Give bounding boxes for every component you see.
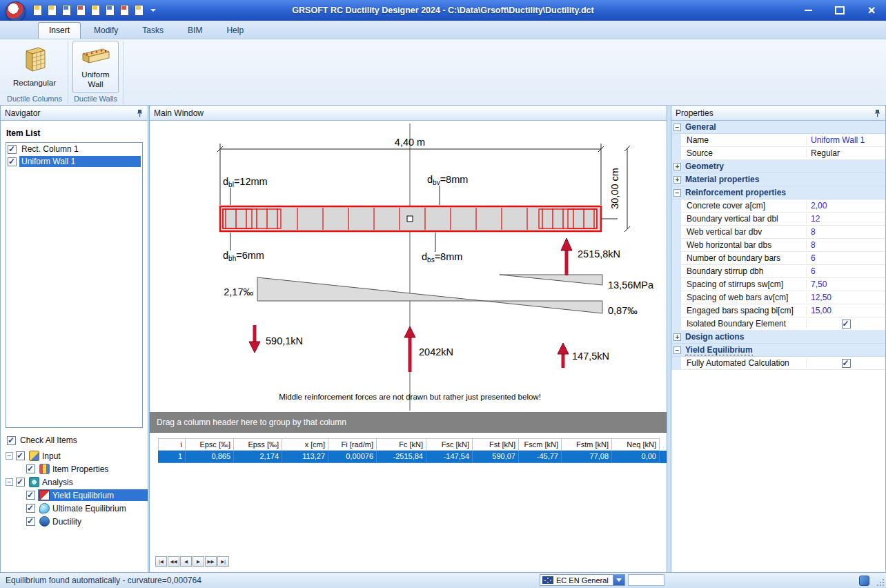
property-row-engaged-bars-spacing[interactable]: Engaged bars spacing bi[cm]15,00 [671, 304, 885, 317]
cell[interactable]: 0,865 [186, 451, 234, 463]
table-row-selected[interactable]: 1 0,865 2,174 113,27 0,00076 -2515,84 -1… [158, 451, 667, 463]
property-row-web-bar-spacing[interactable]: Spacing of web bars av[cm]12,50 [671, 291, 885, 304]
print-preview-icon[interactable] [104, 4, 115, 16]
isolated-boundary-checkbox[interactable] [842, 320, 851, 329]
property-row-fully-automated[interactable]: Fully Automated Calculation [671, 357, 885, 370]
col-fstm[interactable]: Fstm [kN] [562, 438, 612, 451]
property-row-name[interactable]: NameUniform Wall 1 [671, 134, 885, 147]
col-neq[interactable]: Neq [kN] [612, 438, 660, 451]
uniform-wall-button[interactable]: Uniform Wall [72, 41, 119, 93]
category-yield-equilibrium[interactable]: Yield Equilibrium [671, 344, 885, 357]
center-handle[interactable] [407, 216, 413, 222]
expand-icon[interactable]: + [673, 163, 681, 170]
tree-item-analysis[interactable]: Analysis [1, 476, 148, 489]
category-geometry[interactable]: +Geometry [671, 160, 885, 173]
property-row-boundary-stirrup[interactable]: Boundary stirrup dbh6 [671, 265, 885, 278]
app-logo-icon[interactable] [6, 1, 26, 21]
close-button[interactable] [863, 3, 880, 17]
category-general[interactable]: General [671, 121, 885, 134]
cell[interactable]: 0,00076 [328, 451, 377, 463]
new-project-icon[interactable] [46, 4, 57, 16]
tree-checkbox[interactable] [26, 491, 35, 500]
tree-checkbox[interactable] [26, 464, 35, 473]
cell[interactable]: -45,77 [519, 451, 562, 463]
maximize-button[interactable] [831, 3, 849, 17]
tree-item-yield-equilibrium[interactable]: Yield Equilibrium [1, 489, 148, 502]
list-item[interactable]: Uniform Wall 1 [6, 155, 142, 168]
source-value[interactable]: Regular [807, 148, 885, 158]
tree-item-input[interactable]: Input [1, 449, 148, 462]
col-fi[interactable]: Fi [rad/m] [328, 438, 377, 451]
col-fst[interactable]: Fst [kN] [473, 438, 519, 451]
cell[interactable]: -147,54 [426, 451, 473, 463]
item-checkbox[interactable] [8, 157, 17, 166]
print-icon[interactable] [90, 4, 101, 16]
new-file-icon[interactable] [32, 4, 43, 16]
col-fscm[interactable]: Fscm [kN] [519, 438, 562, 451]
tree-checkbox[interactable] [16, 478, 25, 487]
cell[interactable]: 1 [158, 451, 186, 463]
prev-page-button[interactable]: ◀◀ [168, 556, 179, 567]
tree-item-ductility[interactable]: Ductility [1, 515, 148, 528]
name-value[interactable]: Uniform Wall 1 [807, 135, 885, 145]
collapse-icon[interactable] [673, 346, 681, 354]
item-checkbox[interactable] [8, 145, 17, 154]
minimize-button[interactable] [799, 3, 817, 17]
cell[interactable]: 0,00 [612, 451, 660, 463]
expand-icon[interactable]: + [673, 333, 681, 341]
fully-automated-checkbox[interactable] [842, 359, 851, 368]
next-page-button[interactable]: ▶▶ [205, 556, 217, 567]
col-fsc[interactable]: Fsc [kN] [426, 438, 473, 451]
col-epsc[interactable]: Epsc [‰] [186, 438, 234, 451]
tree-checkbox[interactable] [26, 504, 35, 513]
pin-icon[interactable] [874, 109, 881, 117]
resize-grip[interactable] [876, 578, 884, 586]
collapse-icon[interactable] [6, 478, 13, 486]
expand-icon[interactable]: + [673, 176, 681, 184]
property-row-web-vertical-bar[interactable]: Web vertical bar dbv8 [671, 226, 885, 239]
collapse-icon[interactable] [6, 452, 13, 460]
tree-checkbox[interactable] [16, 451, 25, 460]
cell[interactable]: 113,27 [282, 451, 328, 463]
category-material-properties[interactable]: +Material properties [671, 173, 885, 186]
prev-record-button[interactable]: ◀ [180, 556, 192, 567]
tab-modify[interactable]: Modify [83, 22, 129, 39]
group-by-bar[interactable]: Drag a column header here to group by th… [150, 412, 667, 433]
category-reinforcement-properties[interactable]: Reinforcement properties [671, 186, 885, 199]
col-epss[interactable]: Epss [‰] [234, 438, 282, 451]
property-row-number-boundary-bars[interactable]: Number of boundary bars6 [671, 252, 885, 265]
tree-item-ultimate-equilibrium[interactable]: Ultimate Equilibrium [1, 502, 148, 515]
tab-tasks[interactable]: Tasks [131, 22, 175, 39]
save-file-icon[interactable] [75, 4, 86, 16]
status-app-icon[interactable] [859, 576, 869, 586]
standard-combobox[interactable]: EC EN General [540, 574, 625, 586]
property-row-concrete-cover[interactable]: Concrete cover a[cm]2,00 [671, 199, 885, 213]
property-row-isolated-boundary[interactable]: Isolated Boundary Element [671, 317, 885, 331]
last-record-button[interactable]: ▶| [217, 556, 229, 567]
col-x[interactable]: x [cm] [282, 438, 328, 451]
tab-help[interactable]: Help [215, 22, 255, 39]
tree-item-item-properties[interactable]: Item Properties [1, 462, 148, 476]
drawing-canvas[interactable]: 4,40 m 30,00 cm [150, 121, 667, 412]
tab-bim[interactable]: BIM [177, 22, 213, 39]
property-row-web-horizontal-bar[interactable]: Web horizontal bar dbs8 [671, 239, 885, 252]
rectangular-column-button[interactable]: Rectangular [6, 41, 63, 93]
col-i[interactable]: i [158, 438, 186, 451]
property-row-boundary-vertical-bar[interactable]: Boundary vertical bar dbl12 [671, 213, 885, 226]
export-icon[interactable] [119, 4, 130, 16]
next-record-button[interactable]: ▶ [193, 556, 204, 567]
property-row-source[interactable]: SourceRegular [671, 147, 885, 160]
check-all-checkbox[interactable] [7, 436, 16, 445]
tree-checkbox[interactable] [26, 517, 35, 526]
dropdown-arrow-icon[interactable] [613, 575, 624, 585]
col-fc[interactable]: Fc [kN] [377, 438, 426, 451]
pin-icon[interactable] [136, 109, 144, 117]
cell[interactable]: -2515,84 [377, 451, 426, 463]
collapse-icon[interactable] [673, 189, 681, 197]
cell[interactable]: 77,08 [562, 451, 612, 463]
open-file-icon[interactable] [61, 4, 72, 16]
check-all-items[interactable]: Check All Items [7, 435, 141, 445]
tab-insert[interactable]: Insert [38, 22, 81, 39]
first-record-button[interactable]: |◀ [155, 556, 167, 567]
collapse-icon[interactable] [673, 124, 681, 131]
